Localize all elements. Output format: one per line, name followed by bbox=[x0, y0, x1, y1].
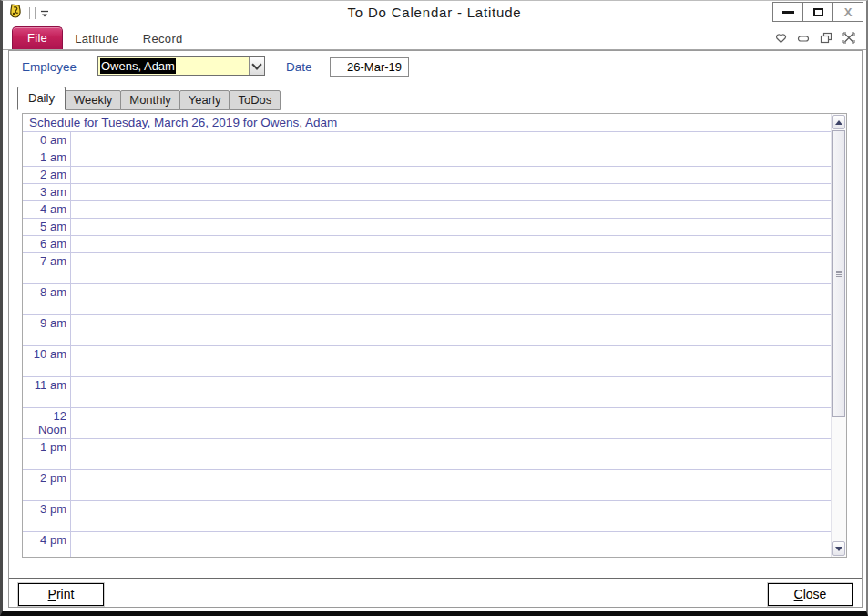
maximize-button[interactable] bbox=[802, 2, 833, 22]
time-label: 3 am bbox=[23, 184, 71, 200]
ribbon-tab-latitude[interactable]: Latitude bbox=[63, 29, 131, 49]
time-row[interactable]: 4 am bbox=[23, 201, 831, 219]
schedule-panel: Schedule for Tuesday, March 26, 2019 for… bbox=[22, 113, 847, 558]
ribbon-tab-record[interactable]: Record bbox=[131, 29, 195, 49]
employee-dropdown-button[interactable] bbox=[249, 57, 264, 75]
scrollbar-thumb[interactable] bbox=[832, 130, 845, 417]
print-button[interactable]: Print bbox=[18, 583, 104, 606]
time-label: 1 am bbox=[23, 149, 71, 166]
close-icon: X bbox=[844, 6, 853, 18]
time-row[interactable]: 3 pm bbox=[23, 501, 831, 532]
minimize-icon bbox=[782, 11, 794, 14]
time-label: 11 am bbox=[23, 377, 71, 407]
time-row[interactable]: 2 pm bbox=[23, 470, 831, 501]
maximize-icon bbox=[813, 8, 823, 16]
time-row[interactable]: 12 Noon bbox=[23, 408, 831, 439]
title-bar: To Do Calendar - Latitude X bbox=[3, 1, 866, 23]
selected-text: Owens, Adam bbox=[100, 58, 176, 74]
time-label: 0 am bbox=[23, 132, 71, 149]
time-row[interactable]: 10 am bbox=[23, 346, 831, 377]
time-row[interactable]: 9 am bbox=[23, 315, 831, 346]
time-label: 1 pm bbox=[23, 439, 71, 469]
main-panel: Employee Owens, Adam Date 26-Mar-19 Dail… bbox=[8, 50, 863, 608]
time-label: 7 am bbox=[23, 253, 71, 283]
ribbon-tab-file[interactable]: File bbox=[12, 26, 63, 49]
time-row[interactable]: 2 am bbox=[23, 167, 831, 184]
time-label: 10 am bbox=[23, 346, 71, 376]
ribbon-icon-group bbox=[775, 32, 855, 44]
time-row[interactable]: 7 am bbox=[23, 253, 831, 284]
view-tab-strip: DailyWeeklyMonthlyYearlyToDos bbox=[17, 87, 281, 110]
vertical-scrollbar[interactable] bbox=[831, 114, 846, 557]
tab-monthly[interactable]: Monthly bbox=[120, 90, 180, 110]
time-row[interactable]: 0 am bbox=[23, 132, 831, 149]
tab-todos[interactable]: ToDos bbox=[229, 90, 281, 110]
time-label: 8 am bbox=[23, 284, 71, 314]
ribbon-row: FileLatitudeRecord bbox=[3, 23, 866, 50]
footer-divider bbox=[9, 578, 862, 579]
window-controls: X bbox=[773, 2, 863, 22]
tab-yearly[interactable]: Yearly bbox=[179, 90, 230, 110]
time-label: 9 am bbox=[23, 315, 71, 345]
minimize-button[interactable] bbox=[772, 2, 803, 22]
chevron-down-icon bbox=[251, 59, 261, 69]
tab-weekly[interactable]: Weekly bbox=[65, 90, 121, 110]
schedule-header: Schedule for Tuesday, March 26, 2019 for… bbox=[23, 114, 846, 132]
time-row[interactable]: 1 am bbox=[23, 149, 831, 167]
close-dialog-button[interactable]: Close bbox=[768, 583, 853, 606]
time-row[interactable]: 4 pm bbox=[23, 532, 831, 557]
date-label: Date bbox=[286, 60, 312, 74]
employee-combobox-value[interactable]: Owens, Adam bbox=[98, 57, 249, 75]
time-label: 2 pm bbox=[23, 470, 71, 500]
time-row[interactable]: 3 am bbox=[23, 184, 831, 201]
time-row[interactable]: 11 am bbox=[23, 377, 831, 408]
time-label: 12 Noon bbox=[23, 408, 71, 438]
time-label: 4 am bbox=[23, 201, 71, 218]
mdi-minimize-icon[interactable] bbox=[797, 33, 810, 44]
time-row[interactable]: 6 am bbox=[23, 236, 831, 253]
time-label: 5 am bbox=[23, 219, 71, 235]
triangle-up-icon bbox=[835, 120, 842, 125]
scroll-up-button[interactable] bbox=[832, 115, 845, 129]
date-field[interactable]: 26-Mar-19 bbox=[330, 57, 409, 77]
triangle-down-icon bbox=[835, 547, 842, 551]
time-row[interactable]: 5 am bbox=[23, 219, 831, 236]
tab-daily[interactable]: Daily bbox=[17, 87, 66, 110]
time-label: 6 am bbox=[23, 236, 71, 252]
window-title: To Do Calendar - Latitude bbox=[3, 5, 866, 20]
scroll-down-button[interactable] bbox=[832, 541, 845, 556]
heart-icon[interactable] bbox=[775, 33, 787, 44]
close-button[interactable]: X bbox=[832, 2, 863, 22]
ribbon-tab-strip: FileLatitudeRecord bbox=[3, 23, 866, 49]
time-label: 4 pm bbox=[23, 532, 71, 557]
time-row[interactable]: 1 pm bbox=[23, 439, 831, 470]
employee-label: Employee bbox=[22, 60, 77, 74]
time-row[interactable]: 8 am bbox=[23, 284, 831, 315]
time-label: 3 pm bbox=[23, 501, 71, 531]
employee-combobox[interactable]: Owens, Adam bbox=[97, 56, 265, 76]
schedule-grid: 0 am1 am2 am3 am4 am5 am6 am7 am8 am9 am… bbox=[23, 132, 831, 557]
mdi-close-icon[interactable] bbox=[842, 32, 855, 44]
scrollbar-grip-icon bbox=[836, 271, 842, 278]
mdi-restore-icon[interactable] bbox=[820, 32, 832, 44]
time-label: 2 am bbox=[23, 167, 71, 183]
app-window: To Do Calendar - Latitude X FileLatitude… bbox=[0, 0, 868, 616]
